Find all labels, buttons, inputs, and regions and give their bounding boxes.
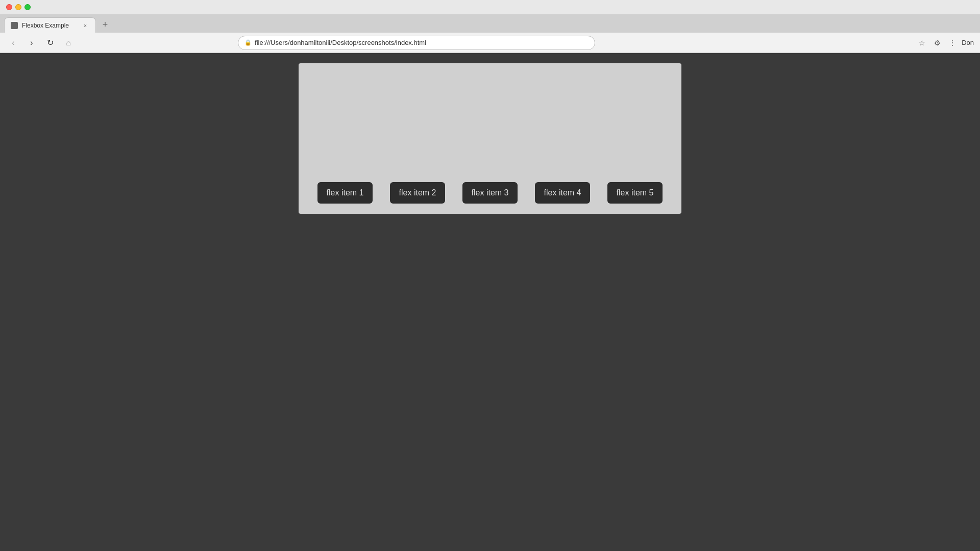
toolbar-right: ☆ ⚙ ⋮ Don: [916, 37, 974, 49]
home-button[interactable]: ⌂: [61, 36, 76, 50]
address-url: file:///Users/donhamiitoniii/Desktop/scr…: [255, 39, 426, 46]
back-button[interactable]: ‹: [6, 36, 20, 50]
extensions-icon[interactable]: ⚙: [931, 37, 943, 49]
toolbar: ‹ › ↻ ⌂ 🔒 file:///Users/donhamiitoniii/D…: [0, 33, 980, 53]
bookmark-icon[interactable]: ☆: [916, 37, 928, 49]
maximize-button[interactable]: [24, 4, 31, 10]
close-button[interactable]: [6, 4, 12, 10]
page-content: flex item 1 flex item 2 flex item 3 flex…: [0, 53, 980, 551]
browser-window: Flexbox Example × + ‹ › ↻ ⌂ 🔒 file:///Us…: [0, 0, 980, 551]
forward-button[interactable]: ›: [24, 36, 39, 50]
traffic-lights: [6, 4, 31, 10]
flex-item-4[interactable]: flex item 4: [535, 182, 591, 204]
menu-icon[interactable]: ⋮: [946, 37, 959, 49]
flex-item-1[interactable]: flex item 1: [317, 182, 373, 204]
minimize-button[interactable]: [15, 4, 21, 10]
address-lock-icon: 🔒: [244, 39, 252, 46]
tab-label: Flexbox Example: [22, 22, 69, 29]
reload-button[interactable]: ↻: [43, 36, 57, 50]
title-bar: [0, 0, 980, 14]
tab-close-button[interactable]: ×: [81, 21, 89, 30]
address-bar[interactable]: 🔒 file:///Users/donhamiitoniii/Desktop/s…: [238, 36, 595, 50]
tab-favicon: [11, 22, 18, 29]
flex-item-2[interactable]: flex item 2: [390, 182, 446, 204]
flex-item-3[interactable]: flex item 3: [462, 182, 518, 204]
new-tab-button[interactable]: +: [98, 17, 112, 32]
flex-container: flex item 1 flex item 2 flex item 3 flex…: [299, 63, 681, 214]
flex-item-5[interactable]: flex item 5: [607, 182, 663, 204]
user-menu[interactable]: Don: [962, 39, 974, 46]
active-tab[interactable]: Flexbox Example ×: [4, 17, 96, 33]
tab-bar: Flexbox Example × +: [0, 14, 980, 33]
